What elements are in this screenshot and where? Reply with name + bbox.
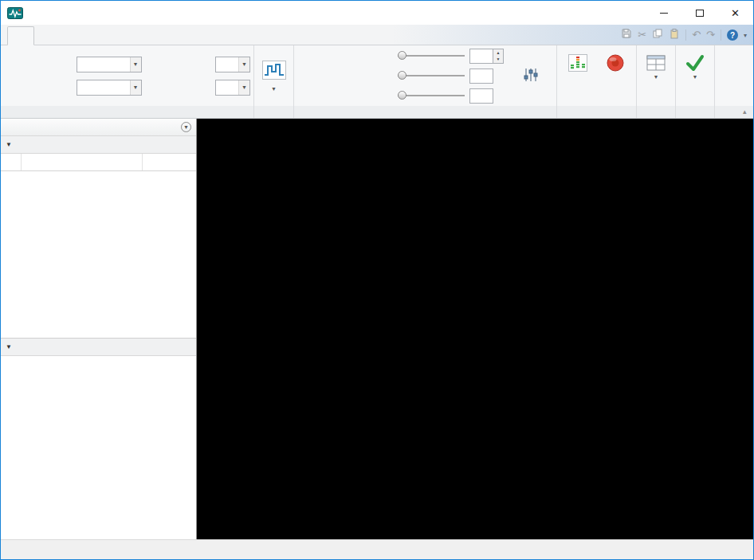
app-window: ✕ ✂ ↶ ↷ ? ▾ ▼ ▼ [0, 0, 754, 560]
method-section-label [254, 106, 293, 118]
export-check-icon [685, 52, 705, 74]
collapse-toolstrip-icon[interactable]: ▴ [743, 106, 747, 118]
player-channel-dropdown[interactable]: ▼ [215, 57, 250, 72]
chevron-down-icon: ▼ [130, 57, 141, 72]
section-filler: ▴ [715, 45, 753, 118]
section-export: ▼ [676, 45, 715, 118]
export-section-label [676, 106, 714, 118]
panel-menu-icon[interactable]: ▼ [181, 122, 191, 132]
slider-track [398, 75, 465, 76]
number-of-runs-slider[interactable] [398, 50, 465, 61]
number-of-runs-input[interactable] [469, 49, 493, 64]
layout-grid-icon [646, 52, 666, 74]
captured-data-table [1, 154, 196, 339]
record-icon [605, 52, 626, 74]
collapse-triangle-icon: ▼ [6, 141, 12, 148]
spinner-up-icon[interactable]: ▲ [493, 49, 503, 57]
method-settings-section-label [294, 106, 556, 118]
magnitude-response-plot [197, 328, 753, 538]
collapse-triangle-icon: ▼ [6, 343, 12, 350]
impulse-response-plot [197, 119, 753, 328]
capture-section-label [557, 106, 636, 118]
quick-access-toolbar: ✂ ↶ ↷ ? ▾ [621, 25, 747, 45]
chevron-down-icon: ▼ [238, 80, 249, 95]
redo-icon[interactable]: ↷ [706, 29, 715, 41]
duration-per-run-input[interactable] [469, 69, 493, 84]
slider-thumb[interactable] [398, 71, 406, 80]
section-capture [557, 45, 637, 118]
tab-measurer[interactable] [7, 26, 34, 45]
excitation-level-input[interactable] [469, 88, 493, 104]
audio-device-dropdown[interactable]: ▼ [77, 57, 142, 72]
copy-icon[interactable] [652, 28, 663, 42]
slider-track [398, 55, 465, 57]
number-of-runs-spinner[interactable]: ▲▼ [493, 49, 504, 64]
data-browser-header: ▼ [1, 119, 196, 136]
method-dropdown-button[interactable]: ▼ [254, 45, 293, 106]
minimize-icon [660, 13, 668, 14]
close-button[interactable]: ✕ [717, 1, 753, 25]
captured-data-info-header[interactable]: ▼ [1, 339, 196, 356]
advanced-settings-icon [523, 67, 539, 85]
mls-method-icon [262, 61, 286, 83]
checkbox-column-header [1, 154, 22, 170]
spinner-down-icon[interactable]: ▼ [493, 56, 503, 63]
chevron-down-icon: ▼ [271, 86, 277, 92]
toolbar-separator [721, 29, 721, 41]
layout-button[interactable]: ▼ [640, 48, 672, 104]
titlebar: ✕ [1, 1, 753, 25]
maximize-button[interactable] [681, 1, 717, 25]
layout-section-label [637, 106, 675, 118]
level-monitor-button[interactable] [560, 48, 596, 104]
chevron-down-icon: ▼ [130, 80, 141, 95]
captured-data-info-text [1, 356, 196, 539]
section-layout: ▼ [637, 45, 676, 118]
slider-track [398, 95, 465, 96]
status-bar [1, 539, 753, 559]
tab-bar: ✂ ↶ ↷ ? ▾ [1, 25, 753, 45]
title-column-header [22, 154, 143, 170]
level-monitor-icon [568, 52, 587, 74]
recorder-channel-dropdown[interactable]: ▼ [215, 80, 250, 96]
toolstrip: ▼ ▼ ▼ ▼ ▼ [1, 45, 753, 119]
save-icon[interactable] [621, 28, 632, 42]
chevron-down-icon: ▼ [654, 74, 659, 80]
cut-icon[interactable]: ✂ [638, 29, 646, 41]
help-icon[interactable]: ? [727, 29, 738, 41]
color-column-header [143, 154, 196, 170]
app-icon [7, 7, 23, 19]
undo-icon[interactable]: ↶ [692, 29, 701, 41]
export-button[interactable]: ▼ [679, 48, 711, 104]
section-method: ▼ [254, 45, 294, 118]
data-browser-panel: ▼ ▼ ▼ [1, 119, 197, 539]
excitation-level-slider[interactable] [398, 90, 465, 101]
device-section-label [1, 106, 253, 118]
section-method-settings: ▲▼ [294, 45, 557, 118]
maximize-icon [696, 10, 704, 17]
advanced-settings-button[interactable] [509, 67, 553, 85]
sample-rate-dropdown[interactable]: ▼ [77, 80, 142, 96]
chevron-down-icon: ▼ [238, 57, 249, 72]
minimize-button[interactable] [646, 1, 681, 25]
duration-per-run-slider[interactable] [398, 70, 465, 81]
chevron-down-icon: ▼ [693, 74, 698, 80]
slider-thumb[interactable] [398, 91, 406, 100]
plot-area [197, 119, 753, 539]
slider-thumb[interactable] [398, 51, 406, 60]
paste-icon[interactable] [669, 28, 680, 42]
toolbar-menu-icon[interactable]: ▾ [744, 32, 747, 39]
toolbar-separator [685, 29, 686, 41]
capture-button[interactable] [598, 48, 634, 104]
section-device: ▼ ▼ ▼ ▼ [1, 45, 254, 118]
captured-data-header[interactable]: ▼ [1, 136, 196, 154]
table-header-row [1, 154, 196, 171]
close-icon: ✕ [731, 8, 740, 18]
